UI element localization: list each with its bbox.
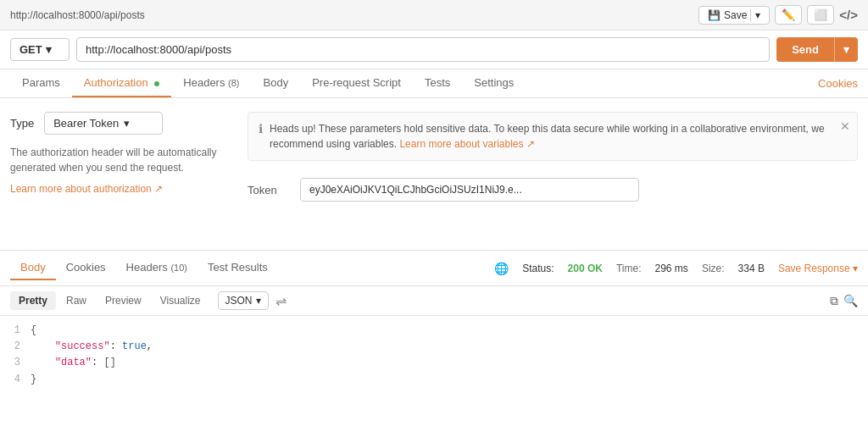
type-row: Type Bearer Token ▾: [10, 112, 231, 135]
copy-button[interactable]: ⧉: [830, 294, 838, 308]
auth-active-dot: [154, 81, 159, 86]
save-label: Save: [724, 9, 747, 21]
tab-headers[interactable]: Headers (8): [171, 69, 251, 97]
code-line-3: 3 "data": []: [0, 355, 868, 371]
method-caret-icon: ▾: [46, 43, 52, 56]
line-num-4: 4: [0, 372, 31, 388]
fmt-raw-label: Raw: [66, 295, 86, 307]
token-input[interactable]: [300, 178, 639, 202]
response-status-bar: 🌐 Status: 200 OK Time: 296 ms Size: 334 …: [494, 262, 858, 275]
auth-left-panel: Type Bearer Token ▾ The authorization he…: [10, 112, 231, 236]
banner-close-icon[interactable]: ✕: [840, 119, 850, 133]
info-banner: ℹ Heads up! These parameters hold sensit…: [248, 112, 858, 161]
line-content-1: {: [31, 323, 36, 339]
learn-more-auth-link[interactable]: Learn more about authorization ↗: [10, 183, 163, 195]
globe-icon: 🌐: [494, 262, 509, 275]
resp-tab-cookies[interactable]: Cookies: [56, 256, 116, 280]
save-caret-icon[interactable]: ▾: [750, 9, 760, 21]
line-content-2: "success": true,: [31, 339, 153, 355]
send-caret-icon[interactable]: ▾: [834, 37, 858, 62]
tab-settings[interactable]: Settings: [462, 69, 526, 97]
url-bar: GET ▾ Send ▾: [0, 30, 868, 69]
type-value: Bearer Token: [53, 117, 119, 130]
size-label: Size:: [702, 263, 725, 274]
tab-params[interactable]: Params: [10, 69, 72, 97]
info-circle-icon: ℹ: [259, 122, 263, 136]
type-label: Type: [10, 117, 34, 130]
line-num-1: 1: [0, 323, 31, 339]
resp-tab-test-results-label: Test Results: [208, 261, 268, 274]
banner-text-content: Heads up! These parameters hold sensitiv…: [270, 123, 825, 150]
line-content-3: "data": []: [31, 355, 116, 371]
code-icon-button[interactable]: </>: [839, 8, 858, 22]
auth-right-panel: ℹ Heads up! These parameters hold sensit…: [231, 112, 858, 236]
save-button[interactable]: 💾 Save ▾: [698, 6, 770, 25]
fmt-tab-raw[interactable]: Raw: [58, 291, 95, 310]
tabs-left: Params Authorization Headers (8) Body Pr…: [10, 69, 526, 97]
headers-badge: (8): [228, 78, 239, 88]
banner-text: Heads up! These parameters hold sensitiv…: [270, 121, 847, 152]
share-icon-button[interactable]: ⬜: [807, 5, 834, 25]
tab-body-label: Body: [264, 76, 289, 89]
line-num-3: 3: [0, 355, 31, 371]
resp-tab-body[interactable]: Body: [10, 256, 56, 280]
json-format-label: JSON: [225, 295, 253, 307]
token-label: Token: [248, 184, 290, 196]
code-line-1: 1 {: [0, 323, 868, 339]
resp-tab-headers-label: Headers: [126, 261, 168, 274]
save-response-caret-icon: ▾: [853, 263, 858, 274]
status-label: Status:: [522, 263, 554, 274]
fmt-pretty-label: Pretty: [19, 295, 47, 307]
tab-params-label: Params: [22, 76, 60, 89]
method-select[interactable]: GET ▾: [10, 38, 70, 61]
resp-tab-body-label: Body: [20, 261, 46, 274]
fmt-visualize-label: Visualize: [160, 295, 201, 307]
url-input[interactable]: [76, 37, 770, 62]
resp-tab-test-results[interactable]: Test Results: [198, 256, 278, 280]
auth-info-text: The authorization header will be automat…: [10, 145, 231, 175]
size-value: 334 B: [738, 263, 765, 274]
save-icon: 💾: [708, 9, 721, 21]
time-value: 296 ms: [655, 263, 688, 274]
tab-pre-request-label: Pre-request Script: [312, 76, 401, 89]
json-format-caret-icon: ▾: [256, 295, 261, 307]
response-header: Body Cookies Headers (10) Test Results 🌐…: [0, 251, 868, 286]
top-bar: http://localhost:8000/api/posts 💾 Save ▾…: [0, 0, 868, 30]
cookies-link[interactable]: Cookies: [818, 70, 858, 97]
tab-pre-request[interactable]: Pre-request Script: [300, 69, 413, 97]
code-area: 1 { 2 "success": true, 3 "data": [] 4 }: [0, 316, 868, 395]
tab-headers-label: Headers: [183, 76, 225, 89]
response-tabs: Body Cookies Headers (10) Test Results: [10, 256, 278, 280]
send-button[interactable]: Send ▾: [776, 37, 858, 62]
response-section: Body Cookies Headers (10) Test Results 🌐…: [0, 251, 868, 395]
top-bar-actions: 💾 Save ▾ ✏️ ⬜ </>: [698, 5, 858, 25]
fmt-preview-label: Preview: [105, 295, 142, 307]
format-bar: Pretty Raw Preview Visualize JSON ▾ ⇌ ⧉ …: [0, 286, 868, 316]
resp-tab-cookies-label: Cookies: [66, 261, 106, 274]
request-tabs-bar: Params Authorization Headers (8) Body Pr…: [0, 69, 868, 98]
line-content-4: }: [31, 372, 36, 388]
json-format-select[interactable]: JSON ▾: [218, 291, 269, 310]
tab-settings-label: Settings: [474, 76, 514, 89]
type-caret-icon: ▾: [124, 117, 130, 130]
tab-tests[interactable]: Tests: [413, 69, 462, 97]
tab-authorization-label: Authorization: [84, 76, 148, 89]
method-text: GET: [19, 43, 42, 56]
fmt-tab-visualize[interactable]: Visualize: [152, 291, 209, 310]
tab-authorization[interactable]: Authorization: [72, 69, 172, 97]
code-line-2: 2 "success": true,: [0, 339, 868, 355]
format-tabs: Pretty Raw Preview Visualize JSON ▾ ⇌: [10, 291, 287, 310]
tab-body[interactable]: Body: [252, 69, 301, 97]
edit-icon-button[interactable]: ✏️: [775, 5, 802, 25]
token-row: Token: [248, 178, 858, 202]
save-response-button[interactable]: Save Response ▾: [778, 263, 858, 274]
search-button[interactable]: 🔍: [843, 294, 858, 308]
fmt-tab-preview[interactable]: Preview: [97, 291, 150, 310]
type-select[interactable]: Bearer Token ▾: [44, 112, 163, 135]
line-num-2: 2: [0, 339, 31, 355]
learn-more-variables-link[interactable]: Learn more about variables ↗: [399, 138, 534, 150]
wrap-icon[interactable]: ⇌: [275, 293, 287, 309]
fmt-tab-pretty[interactable]: Pretty: [10, 291, 56, 310]
auth-content: Type Bearer Token ▾ The authorization he…: [0, 98, 868, 251]
resp-tab-headers[interactable]: Headers (10): [116, 256, 198, 280]
